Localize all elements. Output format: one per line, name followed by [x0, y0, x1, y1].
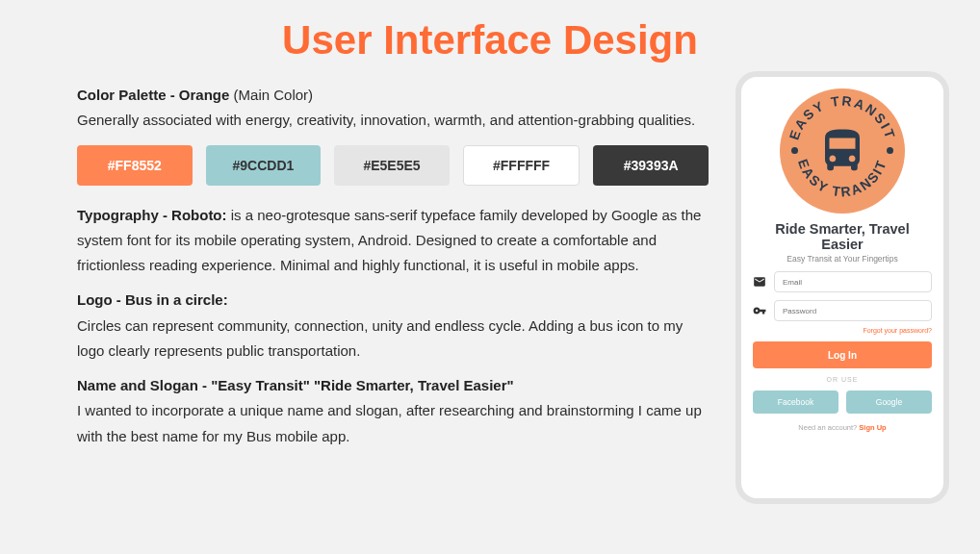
signup-row: Need an account? Sign Up	[798, 423, 886, 432]
name-heading: Name and Slogan - "Easy Transit" "Ride S…	[77, 377, 514, 393]
email-icon	[753, 275, 766, 289]
app-slogan: Ride Smarter, Travel Easier	[753, 221, 932, 252]
login-button[interactable]: Log In	[753, 341, 932, 368]
social-buttons: Facebook Google	[753, 390, 932, 414]
swatch-4: #FFFFFF	[463, 145, 580, 186]
swatch-2: #9CCDD1	[206, 145, 322, 186]
swatch-3: #E5E5E5	[334, 145, 450, 186]
phone-mockup: EASY TRANSIT EASY TRANSIT Ride Smarter, …	[735, 71, 949, 504]
phone-mockup-column: EASY TRANSIT EASY TRANSIT Ride Smarter, …	[735, 71, 949, 504]
email-field[interactable]	[774, 271, 932, 292]
name-body: I wanted to incorporate a unique name an…	[77, 402, 702, 443]
google-button[interactable]: Google	[846, 390, 932, 414]
swatch-1: #FF8552	[77, 145, 193, 186]
logo-dots	[780, 147, 905, 154]
color-heading-bold: Color Palette - Orange	[77, 87, 229, 103]
email-row	[753, 271, 932, 292]
logo-section: Logo - Bus in a circle: Circles can repr…	[77, 288, 709, 364]
description-column: Color Palette - Orange (Main Color) Gene…	[77, 71, 709, 504]
password-field[interactable]	[774, 300, 932, 321]
color-swatches: #FF8552 #9CCDD1 #E5E5E5 #FFFFFF #39393A	[77, 145, 709, 186]
app-sub-slogan: Easy Transit at Your Fingertips	[787, 254, 897, 264]
need-account-label: Need an account?	[798, 423, 859, 432]
color-palette-section: Color Palette - Orange (Main Color) Gene…	[77, 83, 709, 134]
color-heading-rest: (Main Color)	[229, 87, 313, 103]
forgot-password-link[interactable]: Forgot your password?	[863, 327, 932, 334]
signup-link[interactable]: Sign Up	[859, 423, 886, 432]
typography-section: Typography - Roboto: is a neo-grotesque …	[77, 203, 709, 279]
logo-body: Circles can represent community, connect…	[77, 317, 683, 359]
page-title: User Interface Design	[0, 0, 980, 71]
facebook-button[interactable]: Facebook	[753, 390, 838, 414]
name-slogan-section: Name and Slogan - "Easy Transit" "Ride S…	[77, 373, 709, 449]
swatch-5: #39393A	[593, 145, 709, 186]
app-logo: EASY TRANSIT EASY TRANSIT	[780, 88, 905, 214]
password-row	[753, 300, 932, 321]
logo-heading: Logo - Bus in a circle:	[77, 291, 228, 308]
or-use-label: OR USE	[827, 376, 859, 383]
key-icon	[753, 304, 766, 317]
typography-heading: Typography - Roboto:	[77, 207, 227, 223]
color-body: Generally associated with energy, creati…	[77, 112, 695, 128]
